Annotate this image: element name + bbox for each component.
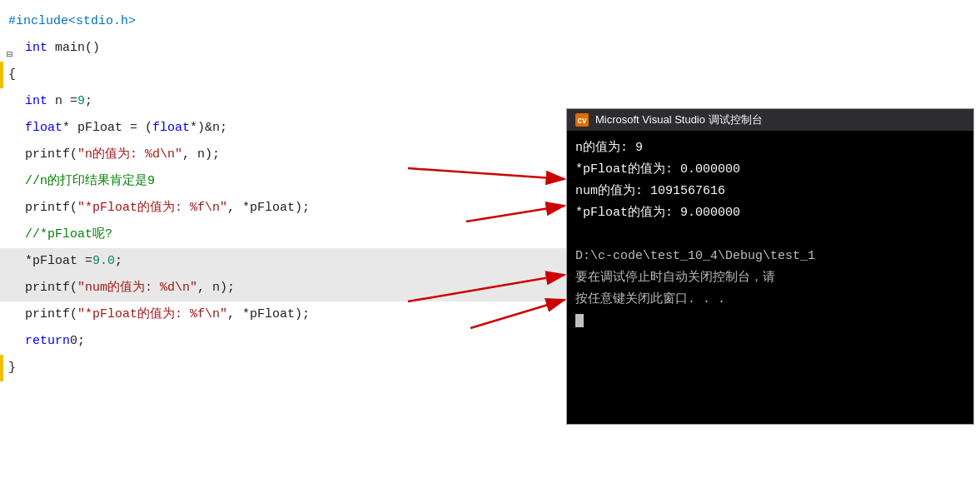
console-line-8: 按任意键关闭此窗口. . . [575, 289, 965, 311]
code-editor: #include<stdio.h> ⊟ int main() { int n =… [0, 0, 583, 483]
code-line-return: return 0; [0, 328, 583, 355]
code-line-comment1: //n的打印结果肯定是9 [0, 168, 583, 195]
console-line-1: n的值为: 9 [575, 137, 965, 159]
include-text: #include<stdio.h> [8, 8, 136, 35]
console-line-7: 要在调试停止时自动关闭控制台，请 [575, 267, 965, 289]
code-line-assign: *pFloat = 9.0 ; [0, 248, 583, 275]
console-window: cv Microsoft Visual Studio 调试控制台 n的值为: 9… [566, 108, 974, 425]
line-bar-end [0, 355, 3, 381]
code-line-printf4: printf( "*pFloat的值为: %f\n" , *pFloat); [0, 301, 583, 328]
code-line-include: #include<stdio.h> [0, 8, 583, 35]
code-line-printf1: printf( "n的值为: %d\n" , n); [0, 142, 583, 168]
console-title: Microsoft Visual Studio 调试控制台 [595, 112, 763, 127]
line-bar [0, 62, 3, 88]
code-line-close-brace: } [0, 355, 583, 381]
console-titlebar: cv Microsoft Visual Studio 调试控制台 [567, 109, 973, 131]
console-line-4: *pFloat的值为: 9.000000 [575, 202, 965, 224]
console-cursor-line [575, 311, 965, 332]
code-line-main: ⊟ int main() [0, 35, 583, 62]
code-line-comment2: //*pFloat呢? [0, 222, 583, 248]
code-line-printf2: printf( "*pFloat的值为: %f\n" , *pFloat); [0, 195, 583, 222]
console-body: n的值为: 9 *pFloat的值为: 0.000000 num的值为: 109… [567, 131, 973, 424]
main-def-text: int main() [8, 35, 100, 62]
console-line-5 [575, 224, 965, 246]
console-line-2: *pFloat的值为: 0.000000 [575, 159, 965, 181]
console-icon: cv [575, 113, 589, 127]
cursor [575, 314, 584, 327]
code-line-open-brace: { [0, 62, 583, 88]
code-line-printf3: printf( "num的值为: %d\n" , n); [0, 275, 583, 301]
code-line-float-ptr: float * pFloat = ( float *)&n; [0, 115, 583, 142]
console-line-6: D:\c-code\test_10_4\Debug\test_1 [575, 246, 965, 267]
code-line-int-n: int n = 9 ; [0, 88, 583, 115]
console-line-3: num的值为: 1091567616 [575, 181, 965, 202]
